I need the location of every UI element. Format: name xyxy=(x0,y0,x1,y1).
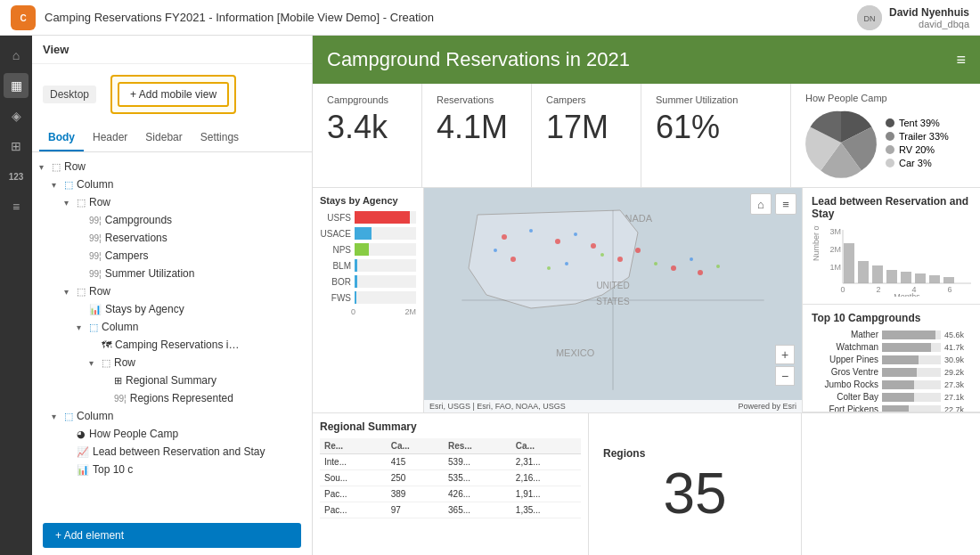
summary-header-row: Re... Ca... Res... Ca... xyxy=(320,438,581,454)
tree-column-3[interactable]: ▾ ⬚ Column xyxy=(32,407,312,425)
bar-chart-container: USFS USACE NPS BLM BOR FWS xyxy=(320,211,416,304)
legend-car: Car 3% xyxy=(886,158,949,168)
top10-container: Mather 45.6k Watchman 41.7k Upper Pines … xyxy=(812,330,971,412)
tab-header[interactable]: Header xyxy=(84,125,136,151)
home-icon[interactable]: ⌂ xyxy=(4,43,29,68)
summary-table-body: Inte...415539...2,31... Sou...250535...2… xyxy=(320,454,581,518)
menu-icon[interactable]: ≡ xyxy=(956,51,966,69)
svg-point-21 xyxy=(654,262,657,265)
svg-point-17 xyxy=(547,266,551,270)
table-row: Pac...97365...1,35... xyxy=(320,502,581,518)
kpi-reservations-value: 4.1M xyxy=(437,109,517,146)
tree-row-4[interactable]: ▾ ⬚ Row xyxy=(32,354,312,371)
tree-top10[interactable]: 📊 Top 10 c xyxy=(32,461,312,478)
map-legend-button[interactable]: ≡ xyxy=(775,193,796,215)
tree-map[interactable]: 🗺 Camping Reservations in FY2021- By A..… xyxy=(32,336,312,354)
tree-column-1[interactable]: ▾ ⬚ Column xyxy=(32,175,312,193)
map-zoom-controls: + − xyxy=(775,345,795,386)
kpi-summer-value: 61% xyxy=(656,109,776,146)
add-mobile-view-button[interactable]: + Add mobile view xyxy=(118,82,229,107)
kpi-reservations-label: Reservations xyxy=(437,94,517,105)
legend-car-label: Car 3% xyxy=(899,158,932,168)
tree-regions-represented[interactable]: 99¦ Regions Represented xyxy=(32,389,312,407)
bar-x-axis: 0 2M xyxy=(320,307,416,316)
tree-regional-summary[interactable]: ⊞ Regional Summary xyxy=(32,371,312,389)
widgets-icon[interactable]: ⊞ xyxy=(4,134,29,159)
top10-name: Upper Pines xyxy=(812,355,878,364)
layers-icon[interactable]: ◈ xyxy=(4,103,29,128)
top10-bar-fill xyxy=(882,368,917,377)
svg-point-24 xyxy=(698,270,703,275)
analytics-icon[interactable]: ≡ xyxy=(4,194,29,219)
tree-how-people-camp[interactable]: ◕ How People Camp xyxy=(32,425,312,443)
top10-item: Gros Ventre 29.2k xyxy=(812,367,971,377)
tab-sidebar[interactable]: Sidebar xyxy=(136,125,191,151)
svg-point-16 xyxy=(565,262,568,265)
right-bottom-panel xyxy=(802,413,980,555)
tree-row-1[interactable]: ▾ ⬚ Row xyxy=(32,158,312,175)
user-info: DN David Nyenhuis david_dbqa xyxy=(857,5,969,30)
tree-row-2[interactable]: ▾ ⬚ Row xyxy=(32,193,312,211)
sidebar-tree: ▾ ⬚ Row ▾ ⬚ Column ▾ ⬚ Row 9 xyxy=(32,152,312,516)
tree-reservations[interactable]: 99¦ Reservations xyxy=(32,229,312,247)
zoom-out-button[interactable]: − xyxy=(775,366,795,386)
top10-value: 41.7k xyxy=(944,343,971,352)
tree-summer-utilization[interactable]: 99¦ Summer Utilization xyxy=(32,265,312,282)
map-panel: CANADA MEXICO UNITED STATES xyxy=(424,188,802,412)
tree-row-3[interactable]: ▾ ⬚ Row xyxy=(32,282,312,300)
add-element-button[interactable]: + Add element xyxy=(43,523,301,548)
svg-point-23 xyxy=(690,257,693,261)
bar-track xyxy=(355,275,416,288)
bar-fill xyxy=(355,291,356,304)
right-panel: Lead between Reservation and Stay 3M 2M xyxy=(802,188,980,412)
bar-track xyxy=(355,243,416,256)
tab-settings[interactable]: Settings xyxy=(192,125,248,151)
bar-row-usfs: USFS xyxy=(320,211,416,224)
kpi-reservations: Reservations 4.1M xyxy=(422,84,532,187)
map-home-button[interactable]: ⌂ xyxy=(750,193,772,215)
zoom-in-button[interactable]: + xyxy=(775,345,795,364)
tree-campers[interactable]: 99¦ Campers xyxy=(32,247,312,265)
kpi-campers-label: Campers xyxy=(546,94,626,105)
numbers-icon[interactable]: 123 xyxy=(4,164,29,189)
dashboard-title: Campground Reservations in 2021 xyxy=(327,48,630,71)
bar-row-usace: USACE xyxy=(320,227,416,240)
regions-panel: Regions 35 xyxy=(589,413,802,555)
tree-stays-by-agency[interactable]: 📊 Stays by Agency xyxy=(32,300,312,318)
user-email: david_dbqa xyxy=(889,19,969,29)
svg-point-18 xyxy=(510,257,516,262)
main-layout: ⌂ ▦ ◈ ⊞ 123 ≡ View Desktop + Add mobile … xyxy=(0,36,980,555)
top10-name: Fort Pickens xyxy=(812,404,878,412)
bar-label: FWS xyxy=(320,293,351,303)
tree-campgrounds[interactable]: 99¦ Campgrounds xyxy=(32,211,312,229)
desktop-label: Desktop xyxy=(43,86,96,103)
svg-point-9 xyxy=(502,234,507,240)
top10-bar-fill xyxy=(882,343,931,352)
col-ca: Ca... xyxy=(387,438,444,454)
svg-text:3M: 3M xyxy=(829,227,841,236)
layout-icon[interactable]: ▦ xyxy=(4,73,29,98)
top10-title: Top 10 Campgrounds xyxy=(812,312,971,324)
top10-name: Watchman xyxy=(812,342,878,352)
top10-value: 27.1k xyxy=(944,393,971,402)
bar-track xyxy=(355,259,416,272)
map-background: CANADA MEXICO UNITED STATES xyxy=(424,188,802,412)
tree-lead-reservation[interactable]: 📈 Lead between Reservation and Stay xyxy=(32,443,312,461)
lead-chart-area: 3M 2M 1M 0 2 4 6 xyxy=(812,225,971,297)
legend-tent-label: Tent 39% xyxy=(899,118,940,128)
map-attribution: Esri, USGS | Esri, FAO, NOAA, USGS Power… xyxy=(424,400,802,412)
summary-table: Re... Ca... Res... Ca... Inte...415539..… xyxy=(320,438,581,518)
tab-body[interactable]: Body xyxy=(39,125,84,151)
stays-by-agency-panel: Stays by Agency USFS USACE NPS BLM BOR F… xyxy=(313,188,424,412)
svg-text:6: 6 xyxy=(947,285,951,294)
tree-column-2[interactable]: ▾ ⬚ Column xyxy=(32,318,312,336)
icon-rail: ⌂ ▦ ◈ ⊞ 123 ≡ xyxy=(0,36,32,555)
table-row: Sou...250535...2,16... xyxy=(320,470,581,486)
svg-point-20 xyxy=(635,248,641,253)
middle-row: Stays by Agency USFS USACE NPS BLM BOR F… xyxy=(313,188,980,412)
lead-chart-section: Lead between Reservation and Stay 3M 2M xyxy=(803,188,980,305)
kpi-campgrounds-value: 3.4k xyxy=(327,109,407,146)
dashboard-content: Campgrounds 3.4k Reservations 4.1M Campe… xyxy=(313,84,980,555)
top10-bar-fill xyxy=(882,380,914,389)
kpi-campers-value: 17M xyxy=(546,109,626,146)
